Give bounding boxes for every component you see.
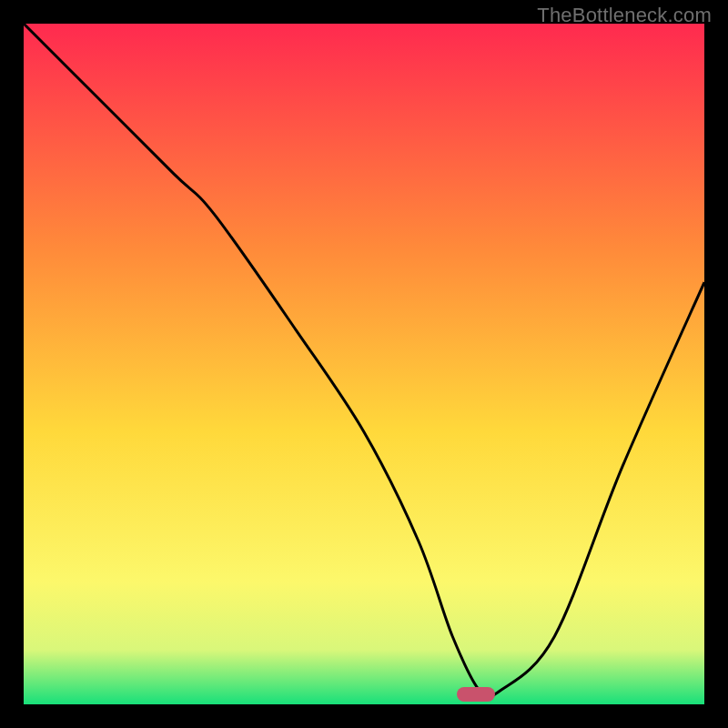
watermark-text: TheBottleneck.com — [537, 4, 712, 27]
bottleneck-curve — [24, 24, 704, 704]
optimal-marker — [457, 687, 495, 702]
plot-area — [24, 24, 704, 704]
curve-path — [24, 24, 704, 698]
chart-frame: TheBottleneck.com — [0, 0, 728, 728]
